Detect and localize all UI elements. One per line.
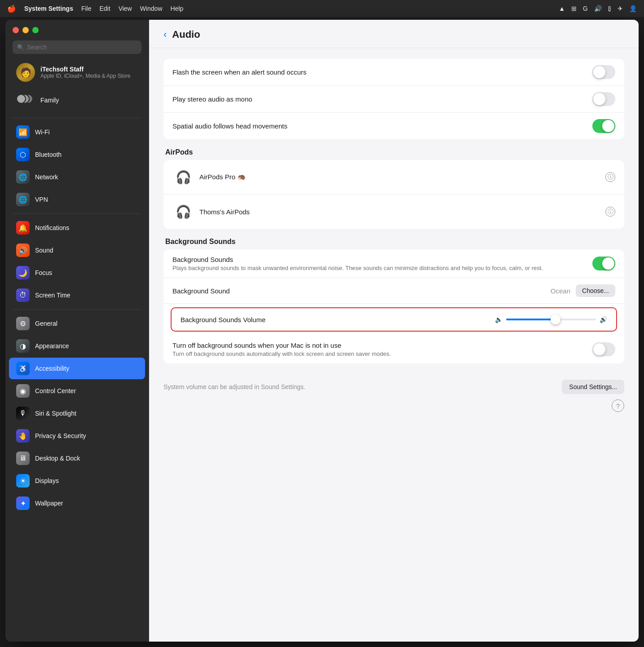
- desktop-icon: 🖥: [16, 452, 30, 465]
- sidebar-item-focus[interactable]: 🌙 Focus: [9, 262, 145, 284]
- sidebar-item-wallpaper[interactable]: ✦ Wallpaper: [9, 492, 145, 514]
- grid-icon[interactable]: ⊞: [571, 5, 577, 12]
- sidebar-item-desktop[interactable]: 🖥 Desktop & Dock: [9, 448, 145, 469]
- airpods-heading: AirPods: [163, 148, 624, 156]
- settings-scroll[interactable]: Flash the screen when an alert sound occ…: [149, 48, 639, 642]
- row-spatial-audio: Spatial audio follows head movements: [163, 113, 624, 139]
- background-sound-value: Ocean: [551, 287, 570, 295]
- bluetooth-menubar-icon[interactable]: ₿: [608, 5, 611, 12]
- volume-slider-fill: [506, 319, 556, 320]
- spatial-audio-label: Spatial audio follows head movements: [172, 122, 592, 130]
- row-background-sound-choice: Background Sound Ocean Choose...: [163, 278, 624, 304]
- sound-settings-button[interactable]: Sound Settings...: [562, 380, 624, 394]
- close-button[interactable]: [13, 27, 19, 33]
- airpods-pro-info-icon[interactable]: ⓘ: [605, 172, 615, 182]
- choose-button[interactable]: Choose...: [576, 284, 615, 297]
- background-sounds-toggle[interactable]: [592, 257, 615, 270]
- airpods-pro-row[interactable]: 🎧 AirPods Pro 🦔 ⓘ: [163, 160, 624, 195]
- sidebar-item-label-accessibility: Accessibility: [35, 365, 69, 372]
- content-header: ‹ Audio: [149, 20, 639, 48]
- background-sounds-heading: Background Sounds: [163, 238, 624, 246]
- help-button[interactable]: ?: [612, 399, 624, 412]
- sidebar-item-bluetooth[interactable]: ⬡ Bluetooth: [9, 144, 145, 165]
- volume-slider-track[interactable]: [506, 319, 596, 320]
- sidebar-item-vpn[interactable]: 🌐 VPN: [9, 189, 145, 210]
- back-button[interactable]: ‹: [163, 29, 167, 40]
- sidebar-divider-3: [13, 309, 141, 310]
- airpods-pro-icon: 🎧: [172, 166, 194, 188]
- sound-icon: 🔊: [16, 244, 30, 257]
- sidebar-item-notifications[interactable]: 🔔 Notifications: [9, 217, 145, 239]
- volume-row-wrapper: Background Sounds Volume 🔈 🔊: [163, 304, 624, 335]
- stereo-mono-toggle[interactable]: [592, 92, 615, 106]
- row-background-sounds: Background Sounds Plays background sound…: [163, 249, 624, 278]
- sidebar-item-displays[interactable]: ☀ Displays: [9, 470, 145, 492]
- menubar: 🍎 System Settings File Edit View Window …: [0, 0, 644, 17]
- spatial-audio-toggle[interactable]: [592, 119, 615, 133]
- apple-menu-icon[interactable]: 🍎: [7, 4, 16, 13]
- sidebar-item-label-desktop: Desktop & Dock: [35, 455, 80, 462]
- network-icon: 🌐: [16, 170, 30, 184]
- volume-slider-container: 🔈 🔊: [495, 316, 607, 323]
- sidebar-item-siri[interactable]: 🎙 Siri & Spotlight: [9, 403, 145, 424]
- airdrop-icon[interactable]: ✈: [618, 5, 623, 12]
- main-content: ‹ Audio Flash the screen when an alert s…: [149, 20, 639, 642]
- minimize-button[interactable]: [22, 27, 29, 33]
- bluetooth-icon: ⬡: [16, 148, 30, 161]
- sidebar-item-label-siri: Siri & Spotlight: [35, 410, 76, 417]
- volume-low-icon: 🔈: [495, 316, 503, 323]
- drafts-icon[interactable]: ▲: [559, 5, 565, 12]
- turn-off-toggle[interactable]: [592, 342, 615, 356]
- user-icon[interactable]: 👤: [629, 5, 637, 12]
- background-sounds-volume-row: Background Sounds Volume 🔈 🔊: [171, 307, 617, 332]
- menu-window[interactable]: Window: [140, 5, 163, 12]
- user-profile[interactable]: 🧑 iTechsoft Staff Apple ID, iCloud+, Med…: [9, 59, 145, 85]
- sidebar-item-label-bluetooth: Bluetooth: [35, 151, 62, 158]
- airpods-thoms-info-icon[interactable]: ⓘ: [605, 207, 615, 217]
- sidebar-item-label-wifi: Wi-Fi: [35, 129, 50, 136]
- sidebar-item-wifi[interactable]: 📶 Wi-Fi: [9, 121, 145, 143]
- airpods-thoms-label: Thoms's AirPods: [199, 208, 605, 216]
- sidebar-item-general[interactable]: ⚙ General: [9, 313, 145, 334]
- sidebar-item-network[interactable]: 🌐 Network: [9, 166, 145, 188]
- airpods-thoms-row[interactable]: 🎧 Thoms's AirPods ⓘ: [163, 195, 624, 229]
- sidebar-item-appearance[interactable]: ◑ Appearance: [9, 335, 145, 357]
- sidebar-item-screentime[interactable]: ⏱ Screen Time: [9, 284, 145, 306]
- volume-slider-thumb[interactable]: [551, 315, 560, 324]
- sidebar-item-accessibility[interactable]: ♿ Accessibility: [9, 358, 145, 379]
- menu-help[interactable]: Help: [171, 5, 184, 12]
- sidebar-item-label-focus: Focus: [35, 269, 52, 276]
- sidebar-item-privacy[interactable]: 🤚 Privacy & Security: [9, 425, 145, 447]
- flash-alert-toggle[interactable]: [592, 65, 615, 79]
- sidebar: 🔍 🧑 iTechsoft Staff Apple ID, iCloud+, M…: [5, 20, 149, 642]
- vpn-icon: 🌐: [16, 193, 30, 206]
- airpods-thoms-icon: 🎧: [172, 201, 194, 222]
- bottom-note-text: System volume can be adjusted in Sound S…: [163, 383, 555, 390]
- wallpaper-icon: ✦: [16, 496, 30, 510]
- menu-file[interactable]: File: [81, 5, 92, 12]
- controlcenter-icon: ◉: [16, 384, 30, 398]
- search-container: 🔍: [5, 37, 149, 59]
- sidebar-item-label-privacy: Privacy & Security: [35, 432, 86, 439]
- search-input[interactable]: [13, 40, 141, 54]
- notifications-icon: 🔔: [16, 221, 30, 235]
- sidebar-item-label-vpn: VPN: [35, 196, 48, 203]
- page-title: Audio: [172, 29, 200, 40]
- sidebar-divider-1: [13, 118, 141, 118]
- accessibility-icon: ♿: [16, 362, 30, 375]
- sidebar-item-sound[interactable]: 🔊 Sound: [9, 239, 145, 261]
- sidebar-item-controlcenter[interactable]: ◉ Control Center: [9, 380, 145, 402]
- appearance-icon: ◑: [16, 339, 30, 353]
- background-sounds-label: Background Sounds: [172, 256, 592, 263]
- volume-icon[interactable]: 🔊: [594, 5, 602, 12]
- sidebar-item-family[interactable]: Family: [9, 87, 145, 113]
- menu-view[interactable]: View: [119, 5, 132, 12]
- turn-off-sublabel: Turn off background sounds automatically…: [172, 350, 592, 357]
- menu-edit[interactable]: Edit: [100, 5, 110, 12]
- maximize-button[interactable]: [32, 27, 39, 33]
- turn-off-label: Turn off background sounds when your Mac…: [172, 341, 592, 349]
- app-name[interactable]: System Settings: [24, 5, 73, 12]
- grammarly-icon[interactable]: G: [583, 5, 588, 12]
- volume-high-icon: 🔊: [600, 316, 607, 323]
- window-controls: [5, 20, 149, 37]
